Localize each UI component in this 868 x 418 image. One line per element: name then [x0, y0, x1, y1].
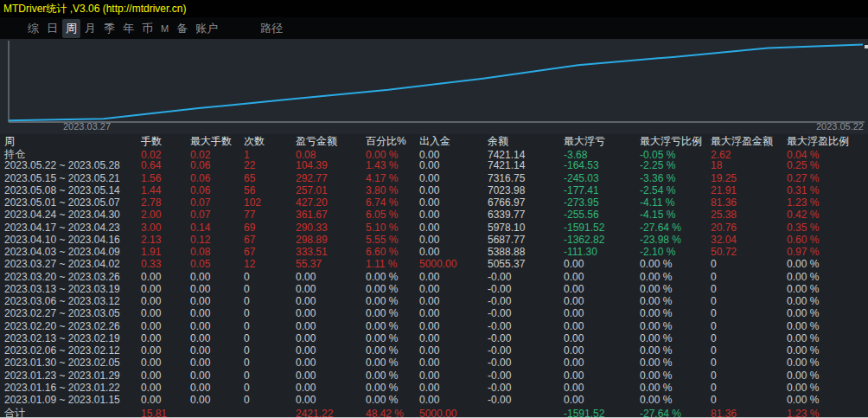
menu-item-ri[interactable]: 日: [43, 19, 61, 38]
table-row[interactable]: 2023.02.13 ~ 2023.02.190.000.0000.000.00…: [4, 332, 868, 344]
cell-balance: 7316.75: [488, 172, 564, 184]
table-row[interactable]: 2023.03.13 ~ 2023.03.190.000.0000.000.00…: [4, 283, 868, 295]
cell-max-drawdown: 0.00: [564, 370, 640, 382]
cell-percent: 0.00 %: [366, 295, 419, 307]
row-label: 2023.01.30 ~ 2023.02.05: [4, 357, 141, 369]
cell-max-float-profit-pct: 0.00 %: [787, 295, 868, 307]
cell-max-float-profit-pct: 0.00 %: [787, 394, 868, 406]
cell-max-drawdown: -273.95: [564, 196, 640, 209]
cell-percent: 0.00 %: [366, 283, 419, 295]
cell-lots: 0.00: [141, 320, 190, 332]
cell-max-drawdown-pct: -23.98 %: [640, 234, 711, 246]
titlebar[interactable]: MTDriver统计 ,V3.06 (http://mtdriver.cn): [0, 0, 868, 17]
cell-max-float-profit: 0: [711, 332, 787, 344]
cell-max-drawdown: -1591.52: [564, 408, 640, 418]
table-row[interactable]: 2023.05.01 ~ 2023.05.072.780.07102427.20…: [4, 196, 868, 209]
cell-max-float-profit: 0: [711, 283, 787, 295]
cell-count: 67: [244, 246, 296, 258]
menu-item-m[interactable]: M: [157, 22, 172, 35]
menu-item-ji[interactable]: 季: [100, 19, 118, 38]
menubar: 综日周月季年币M备账户路径: [0, 17, 868, 39]
cell-max-float-profit: 0: [711, 295, 787, 307]
menu-item-yue[interactable]: 月: [81, 19, 99, 38]
table-row[interactable]: 2023.02.06 ~ 2023.02.120.000.0000.000.00…: [4, 344, 868, 357]
cell-max-float-profit-pct: 0.00 %: [787, 344, 868, 357]
cell-max-float-profit-pct: 0.00 %: [787, 370, 868, 382]
col-header-max-drawdown-pct: 最大浮亏比例: [640, 134, 711, 149]
cell-pnl: 0.00: [296, 271, 366, 283]
table-row[interactable]: 2023.01.23 ~ 2023.01.290.000.0000.000.00…: [4, 370, 868, 382]
cell-pnl: 290.33: [296, 222, 366, 234]
cell-balance: -0.00: [488, 332, 564, 344]
cell-max-float-profit: 0: [711, 394, 787, 406]
cell-max-float-profit-pct: 0.00 %: [787, 271, 868, 283]
app-title: MTDriver统计 ,V3.06 (http://mtdriver.cn): [3, 3, 186, 15]
chart-grip[interactable]: [865, 45, 868, 48]
cell-balance: -0.00: [488, 271, 564, 283]
cell-pnl: 0.00: [296, 307, 366, 319]
table-row[interactable]: 2023.04.10 ~ 2023.04.162.130.1267298.895…: [4, 234, 868, 246]
cell-count: 12: [244, 258, 296, 270]
cell-max-drawdown-pct: -27.64 %: [640, 408, 711, 418]
cell-max-drawdown: -245.03: [564, 172, 640, 184]
table-row[interactable]: 2023.03.20 ~ 2023.03.260.000.0000.000.00…: [4, 271, 868, 283]
cell-max-drawdown: 0.00: [564, 307, 640, 319]
menu-item-bei[interactable]: 备: [173, 19, 191, 38]
cell-max-drawdown: 0.00: [564, 357, 640, 369]
cell-max-lots: 0.00: [190, 394, 244, 406]
cell-max-drawdown-pct: -2.25 %: [640, 159, 711, 171]
menu-item-zhanghu[interactable]: 账户: [192, 19, 221, 38]
table-row[interactable]: 2023.03.06 ~ 2023.03.120.000.0000.000.00…: [4, 295, 868, 307]
cell-lots: 0.00: [141, 394, 190, 406]
cell-max-float-profit-pct: 0.60 %: [787, 234, 868, 246]
cell-max-float-profit: 0: [711, 320, 787, 332]
cell-deposit-withdraw: 0.00: [419, 357, 488, 369]
cell-count: 0: [244, 320, 296, 332]
cell-deposit-withdraw: 0.00: [419, 222, 488, 234]
table-row[interactable]: 2023.01.09 ~ 2023.01.150.000.0000.000.00…: [4, 394, 868, 406]
cell-percent: 6.74 %: [366, 196, 419, 209]
cell-max-drawdown-pct: 0.00 %: [640, 258, 711, 270]
table-row[interactable]: 2023.04.03 ~ 2023.04.091.910.0867333.516…: [4, 246, 868, 258]
cell-max-drawdown: 0.00: [564, 258, 640, 270]
table-row[interactable]: 2023.01.30 ~ 2023.02.050.000.0000.000.00…: [4, 357, 868, 369]
menu-item-bi[interactable]: 币: [138, 19, 156, 38]
cell-max-drawdown: -1591.52: [564, 222, 640, 234]
table-row[interactable]: 2023.04.24 ~ 2023.04.302.000.0777361.676…: [4, 209, 868, 221]
table-row[interactable]: 2023.05.22 ~ 2023.05.280.640.0622104.391…: [4, 159, 868, 171]
cell-lots: 1.91: [141, 246, 190, 258]
cell-percent: 0.00 %: [366, 307, 419, 319]
table-row[interactable]: 2023.02.27 ~ 2023.03.050.000.0000.000.00…: [4, 307, 868, 319]
cell-balance: -0.00: [488, 394, 564, 406]
cell-max-float-profit-pct: 0.35 %: [787, 222, 868, 234]
cell-deposit-withdraw: 0.00: [419, 159, 488, 171]
menu-item-zhou[interactable]: 周: [62, 19, 80, 38]
table-row[interactable]: 2023.02.20 ~ 2023.02.260.000.0000.000.00…: [4, 320, 868, 332]
row-label: 2023.04.10 ~ 2023.04.16: [4, 234, 141, 246]
chart-start-date-label: 2023.03.27: [63, 121, 111, 132]
cell-max-float-profit-pct: 0.00 %: [787, 382, 868, 394]
cell-max-lots: 0.00: [190, 295, 244, 307]
cell-max-lots: 0.00: [190, 382, 244, 394]
cell-max-drawdown-pct: -4.11 %: [640, 196, 711, 209]
weekly-stats-table: 周手数最大手数次数盈亏金额百分比%出入金余额最大浮亏最大浮亏比例最大浮盈金额最大…: [0, 134, 868, 418]
table-row[interactable]: 2023.05.08 ~ 2023.05.141.440.0656257.013…: [4, 184, 868, 196]
cell-deposit-withdraw: 0.00: [419, 344, 488, 357]
row-label: 合计: [4, 406, 141, 418]
cell-percent: 0.00 %: [366, 271, 419, 283]
cell-balance: 7421.14: [488, 159, 564, 171]
table-row-total[interactable]: 合计15.812421.2248.42 %5000.00-1591.52-27.…: [4, 406, 868, 418]
menu-item-lujing[interactable]: 路径: [257, 19, 286, 38]
table-row[interactable]: 持仓0.020.0210.080.00 %0.007421.14-3.68-0.…: [4, 147, 868, 159]
table-row[interactable]: 2023.03.27 ~ 2023.04.020.330.051255.371.…: [4, 258, 868, 270]
table-row[interactable]: 2023.01.16 ~ 2023.01.220.000.0000.000.00…: [4, 382, 868, 394]
cell-deposit-withdraw: 0.00: [419, 382, 488, 394]
row-label: 2023.03.13 ~ 2023.03.19: [4, 283, 141, 295]
cell-balance: 5687.77: [488, 234, 564, 246]
cell-balance: 6766.97: [488, 196, 564, 209]
table-row[interactable]: 2023.05.15 ~ 2023.05.211.560.0665292.774…: [4, 172, 868, 184]
menu-item-nian[interactable]: 年: [119, 19, 137, 38]
table-row[interactable]: 2023.04.17 ~ 2023.04.233.000.1469290.335…: [4, 222, 868, 234]
menu-item-zong[interactable]: 综: [24, 19, 42, 38]
cell-lots: 2.78: [141, 196, 190, 209]
